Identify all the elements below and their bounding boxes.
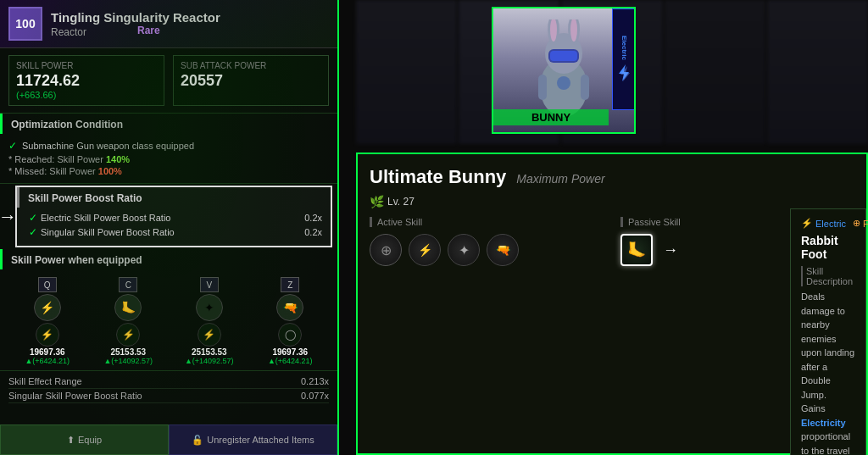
active-skill-btn-3[interactable]: ✦ (448, 234, 480, 266)
skill-cell-z: Z 🔫 ◯ 19697.36 ▲(+6424.21) (252, 276, 330, 365)
item-rarity: Rare (137, 25, 160, 38)
skill-level-text: Lv. 27 (387, 196, 415, 208)
skill-power-block: Skill Power 11724.62 (+663.66) (8, 55, 164, 106)
active-skill-section: Active Skill ⊕ ⚡ ✦ 🔫 (370, 217, 604, 266)
skill-icon-q: ⚡ (34, 294, 61, 321)
skill-cell-q: Q ⚡ ⚡ 19697.36 ▲(+6424.21) (8, 276, 86, 365)
skill-key-z: Z (281, 277, 299, 292)
active-skill-btn-4[interactable]: 🔫 (487, 234, 519, 266)
skill-power-label: Skill Power (16, 61, 157, 70)
skill-sub-icon-z: ◯ (278, 323, 302, 347)
item-title-block: Tingling Singularity Reactor Reactor Rar… (51, 10, 329, 38)
bottom-stats: Skill Effect Range 0.213x Singular Skill… (0, 371, 337, 407)
skill-grid: Q ⚡ ⚡ 19697.36 ▲(+6424.21) C 🦶 ⚡ 25153.5… (8, 276, 329, 365)
right-panel: BUNNY Electric Ultimate Bunny Maximum Po… (356, 0, 868, 455)
svg-marker-12 (620, 66, 630, 81)
tooltip-arrow-icon: → (663, 241, 678, 259)
check-icon-1: ✓ (8, 140, 17, 152)
electric-tag-icon: ⚡ (801, 218, 813, 229)
svg-rect-7 (550, 51, 577, 61)
check-icon-boost-1: ✓ (29, 212, 37, 224)
sub-attack-block: Sub Attack Power 20557 (173, 55, 329, 106)
item-level-badge: 100 (8, 7, 42, 41)
missed-text: * Missed: Skill Power 100% (8, 166, 329, 176)
bg-char-1 (356, 0, 457, 144)
bottom-stat-label-2: Singular Skill Power Boost Ratio (8, 391, 142, 401)
bottom-stat-2: Singular Skill Power Boost Ratio 0.077x (8, 389, 329, 403)
condition-item-1: ✓ Submachine Gun weapon class equipped (8, 140, 329, 152)
boost-arrow-indicator: → (0, 206, 17, 228)
stats-row: Skill Power 11724.62 (+663.66) Sub Attac… (0, 48, 337, 114)
skill-key-v: V (200, 277, 219, 292)
skill-title-row: Ultimate Bunny Maximum Power (370, 166, 854, 188)
skill-icon-c: 🦶 (114, 294, 142, 321)
bottom-stat-1: Skill Effect Range 0.213x (8, 375, 329, 389)
skill-panel: Ultimate Bunny Maximum Power 🌿 Lv. 27 Ac… (356, 153, 868, 455)
unregister-button[interactable]: 🔓 Unregister Attached Items (169, 424, 337, 455)
skill-key-q: Q (38, 277, 57, 292)
skill-power-delta: (+663.66) (16, 90, 157, 100)
bottom-stat-value-1: 0.213x (301, 376, 329, 386)
svg-point-8 (557, 76, 570, 90)
fusion-tag-label: Fusion (863, 219, 868, 229)
unregister-label: Unregister Attached Items (207, 435, 314, 445)
fusion-tag-icon: ⊕ (853, 218, 860, 229)
missed-value: 100% (98, 166, 122, 176)
svg-rect-9 (538, 75, 547, 100)
electricity-ref-1: Electricity (801, 418, 846, 428)
item-sub: Reactor (51, 26, 86, 38)
tag-fusion: ⊕ Fusion (853, 218, 868, 229)
passive-skill-btn-1[interactable]: 🦶 (620, 234, 653, 266)
skill-value-v: 25153.53 (170, 347, 248, 357)
skill-value-c: 25153.53 (90, 347, 168, 357)
skill-value-q: 19697.36 (8, 347, 86, 357)
sub-attack-value: 20557 (181, 72, 321, 90)
active-skill-label: Active Skill (370, 217, 604, 227)
equip-icon: ⬆ (67, 435, 75, 446)
boost-item-1: ✓ Electric Skill Power Boost Ratio 0.2x (25, 212, 322, 224)
skill-cell-v: V ✦ ⚡ 25153.53 ▲(+14092.57) (170, 276, 248, 365)
active-skill-btn-2[interactable]: ⚡ (409, 234, 441, 266)
bunny-svg (521, 19, 606, 121)
skill-sub-icon-c: ⚡ (116, 323, 140, 347)
skill-icon-v: ✦ (196, 294, 223, 321)
boost-ratio-highlighted: Skill Power Boost Ratio ✓ Electric Skill… (15, 186, 332, 247)
bg-char-4 (665, 0, 765, 144)
char-name-label: BUNNY (493, 109, 609, 125)
skill-value-z: 19697.36 (252, 347, 330, 357)
boost-ratio-header: Skill Power Boost Ratio (17, 187, 331, 208)
skill-power-value: 11724.62 (16, 72, 157, 90)
skill-icon-z: 🔫 (276, 294, 303, 321)
check-icon-boost-2: ✓ (29, 226, 37, 238)
tooltip-desc-title: Skill Description (801, 266, 855, 286)
left-panel: 100 Tingling Singularity Reactor Reactor… (0, 0, 339, 455)
item-header: 100 Tingling Singularity Reactor Reactor… (0, 0, 337, 48)
electric-bolt-icon (615, 63, 632, 83)
element-label: Electric (620, 36, 628, 60)
skill-tooltip: ⚡ Electric ⊕ Fusion Rabbit Foot Skill De… (790, 208, 866, 455)
equip-button[interactable]: ⬆ Equip (0, 424, 169, 455)
item-name: Tingling Singularity Reactor (51, 10, 329, 25)
skills-section: Active Skill ⊕ ⚡ ✦ 🔫 Passive Skill 🦶 → (370, 217, 854, 266)
skill-delta-v: ▲(+14092.57) (170, 357, 248, 365)
equip-label: Equip (78, 435, 102, 445)
reached-value: 140% (106, 154, 130, 164)
active-skill-btn-1[interactable]: ⊕ (370, 234, 402, 266)
skill-delta-q: ▲(+6424.21) (8, 357, 86, 365)
bottom-buttons: ⬆ Equip 🔓 Unregister Attached Items (0, 424, 337, 455)
skill-sub-icon-q: ⚡ (36, 323, 59, 347)
skill-delta-c: ▲(+14092.57) (90, 357, 168, 365)
element-badge: Electric (612, 8, 636, 110)
skill-subtitle: Maximum Power (516, 172, 604, 186)
optimization-block: ✓ Submachine Gun weapon class equipped *… (0, 134, 337, 184)
boost-items: ✓ Electric Skill Power Boost Ratio 0.2x … (17, 208, 331, 246)
active-icons: ⊕ ⚡ ✦ 🔫 (370, 234, 604, 266)
passive-skill-section: Passive Skill 🦶 → ⚡ Electric ⊕ Fusio (620, 217, 854, 266)
char-portrait-area: BUNNY Electric (492, 0, 644, 144)
bg-char-5 (767, 0, 868, 144)
skill-key-c: C (119, 277, 137, 292)
level-icon: 🌿 (370, 195, 384, 208)
tag-electric: ⚡ Electric (801, 218, 846, 229)
char-portrait-box: BUNNY Electric (492, 7, 636, 134)
tooltip-description: Deals damage to nearby enemies upon land… (801, 290, 855, 455)
